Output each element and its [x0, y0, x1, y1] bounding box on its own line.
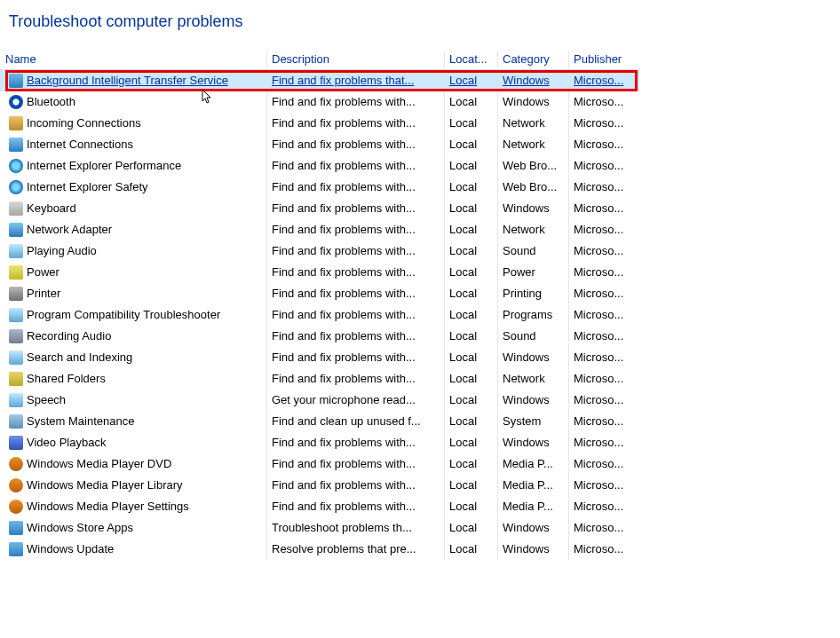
cell-location[interactable]: Local — [444, 91, 497, 113]
cell-category[interactable]: Windows — [497, 347, 568, 368]
cell-description[interactable]: Find and fix problems with... — [266, 475, 444, 496]
cell-location[interactable]: Local — [444, 262, 497, 283]
cell-location[interactable]: Local — [444, 347, 497, 368]
cell-name[interactable]: Shared Folders — [0, 368, 266, 390]
cell-name[interactable]: Speech — [0, 390, 266, 411]
cell-description[interactable]: Find and fix problems with... — [266, 240, 444, 262]
cell-name[interactable]: Recording Audio — [0, 326, 266, 347]
cell-description[interactable]: Find and fix problems with... — [266, 326, 444, 347]
cell-location[interactable]: Local — [444, 539, 497, 560]
cell-publisher[interactable]: Microso... — [568, 113, 639, 134]
cell-location[interactable]: Local — [444, 453, 497, 475]
cell-location[interactable]: Local — [444, 283, 497, 304]
column-header-description[interactable]: Description — [266, 51, 444, 70]
cell-location[interactable]: Local — [444, 240, 497, 262]
cell-name[interactable]: Windows Update — [0, 539, 266, 560]
cell-publisher[interactable]: Microso... — [568, 177, 639, 198]
cell-location[interactable]: Local — [444, 70, 497, 91]
cell-description[interactable]: Find and fix problems with... — [266, 496, 444, 517]
cell-description[interactable]: Find and fix problems with... — [266, 198, 444, 219]
cell-description[interactable]: Find and fix problems with... — [266, 262, 444, 283]
cell-category[interactable]: Windows — [497, 198, 568, 219]
cell-name[interactable]: Keyboard — [0, 198, 266, 219]
cell-category[interactable]: Network — [497, 134, 568, 155]
cell-location[interactable]: Local — [444, 113, 497, 134]
cell-category[interactable]: Web Bro... — [497, 177, 568, 198]
cell-name[interactable]: Search and Indexing — [0, 347, 266, 368]
cell-name[interactable]: Network Adapter — [0, 219, 266, 240]
cell-publisher[interactable]: Microso... — [568, 198, 639, 219]
cell-name[interactable]: Internet Explorer Safety — [0, 177, 266, 198]
cell-category[interactable]: Media P... — [497, 496, 568, 517]
cell-description[interactable]: Find and fix problems with... — [266, 347, 444, 368]
cell-description[interactable]: Find and fix problems with... — [266, 113, 444, 134]
cell-location[interactable]: Local — [444, 496, 497, 517]
cell-location[interactable]: Local — [444, 219, 497, 240]
cell-name[interactable]: Internet Connections — [0, 134, 266, 155]
cell-description[interactable]: Find and fix problems with... — [266, 368, 444, 390]
cell-location[interactable]: Local — [444, 155, 497, 177]
cell-category[interactable]: Windows — [497, 390, 568, 411]
cell-description[interactable]: Find and clean up unused f... — [266, 411, 444, 432]
cell-name[interactable]: Printer — [0, 283, 266, 304]
cell-description[interactable]: Find and fix problems with... — [266, 283, 444, 304]
cell-category[interactable]: Programs — [497, 304, 568, 326]
cell-category[interactable]: Sound — [497, 326, 568, 347]
cell-name[interactable]: Windows Media Player Library — [0, 475, 266, 496]
cell-publisher[interactable]: Microso... — [568, 283, 639, 304]
cell-name[interactable]: Power — [0, 262, 266, 283]
cell-publisher[interactable]: Microso... — [568, 496, 639, 517]
cell-description[interactable]: Find and fix problems with... — [266, 304, 444, 326]
cell-location[interactable]: Local — [444, 411, 497, 432]
cell-category[interactable]: Printing — [497, 283, 568, 304]
cell-description[interactable]: Find and fix problems with... — [266, 91, 444, 113]
cell-name[interactable]: Playing Audio — [0, 240, 266, 262]
cell-name[interactable]: Windows Store Apps — [0, 517, 266, 539]
cell-location[interactable]: Local — [444, 304, 497, 326]
cell-category[interactable]: Windows — [497, 91, 568, 113]
cell-description[interactable]: Find and fix problems with... — [266, 453, 444, 475]
cell-category[interactable]: System — [497, 411, 568, 432]
cell-category[interactable]: Windows — [497, 432, 568, 453]
cell-category[interactable]: Windows — [497, 517, 568, 539]
cell-publisher[interactable]: Microso... — [568, 453, 639, 475]
cell-location[interactable]: Local — [444, 134, 497, 155]
cell-publisher[interactable]: Microso... — [568, 155, 639, 177]
column-header-publisher[interactable]: Publisher — [568, 51, 639, 70]
cell-location[interactable]: Local — [444, 368, 497, 390]
cell-publisher[interactable]: Microso... — [568, 475, 639, 496]
cell-publisher[interactable]: Microso... — [568, 517, 639, 539]
cell-publisher[interactable]: Microso... — [568, 326, 639, 347]
cell-publisher[interactable]: Microso... — [568, 347, 639, 368]
cell-publisher[interactable]: Microso... — [568, 432, 639, 453]
cell-location[interactable]: Local — [444, 475, 497, 496]
cell-description[interactable]: Find and fix problems with... — [266, 155, 444, 177]
column-header-category[interactable]: Category — [497, 51, 568, 70]
cell-description[interactable]: Find and fix problems with... — [266, 177, 444, 198]
cell-publisher[interactable]: Microso... — [568, 70, 639, 91]
cell-location[interactable]: Local — [444, 326, 497, 347]
cell-publisher[interactable]: Microso... — [568, 411, 639, 432]
cell-category[interactable]: Windows — [497, 70, 568, 91]
cell-name[interactable]: Background Intelligent Transfer Service — [0, 70, 266, 91]
cell-publisher[interactable]: Microso... — [568, 390, 639, 411]
cell-name[interactable]: System Maintenance — [0, 411, 266, 432]
cell-publisher[interactable]: Microso... — [568, 539, 639, 560]
cell-location[interactable]: Local — [444, 177, 497, 198]
cell-location[interactable]: Local — [444, 390, 497, 411]
cell-publisher[interactable]: Microso... — [568, 219, 639, 240]
cell-category[interactable]: Sound — [497, 240, 568, 262]
cell-name[interactable]: Windows Media Player DVD — [0, 453, 266, 475]
cell-name[interactable]: Program Compatibility Troubleshooter — [0, 304, 266, 326]
cell-description[interactable]: Resolve problems that pre... — [266, 539, 444, 560]
cell-location[interactable]: Local — [444, 432, 497, 453]
cell-description[interactable]: Find and fix problems with... — [266, 432, 444, 453]
cell-category[interactable]: Web Bro... — [497, 155, 568, 177]
cell-location[interactable]: Local — [444, 517, 497, 539]
cell-publisher[interactable]: Microso... — [568, 262, 639, 283]
cell-name[interactable]: Video Playback — [0, 432, 266, 453]
cell-description[interactable]: Troubleshoot problems th... — [266, 517, 444, 539]
cell-publisher[interactable]: Microso... — [568, 240, 639, 262]
cell-category[interactable]: Network — [497, 113, 568, 134]
cell-category[interactable]: Media P... — [497, 475, 568, 496]
